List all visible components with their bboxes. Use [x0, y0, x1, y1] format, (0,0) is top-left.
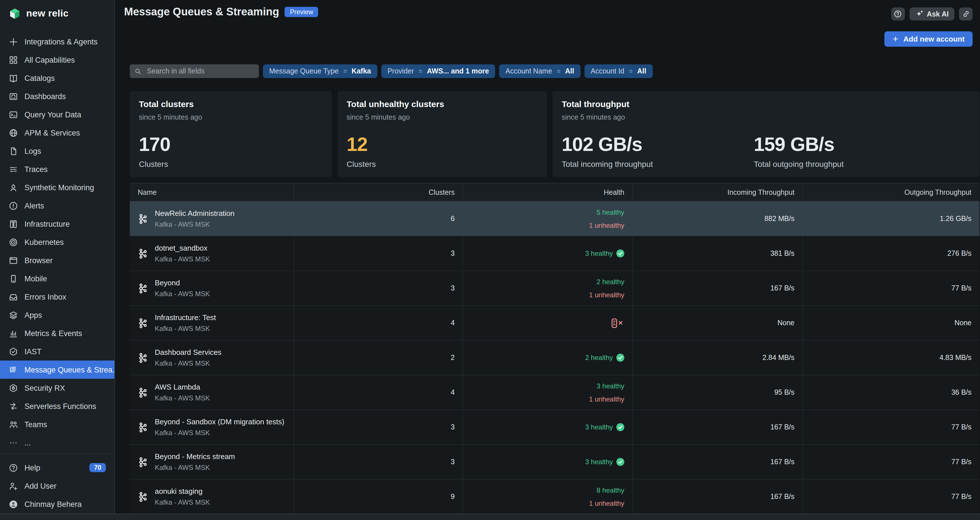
outgoing-throughput: 77 B/s — [802, 445, 980, 479]
card-timerange: since 5 minutes ago — [562, 113, 970, 121]
sidebar-item-label: Alerts — [24, 201, 44, 210]
people-icon — [8, 420, 18, 429]
copy-link-button[interactable] — [959, 7, 973, 21]
table-row[interactable]: Dashboard Services Kafka - AWS MSK 2 2 h… — [130, 341, 980, 375]
sidebar-item-mobile[interactable]: Mobile — [0, 270, 115, 288]
table-row[interactable]: Beyond - Metrics stream Kafka - AWS MSK … — [130, 445, 980, 480]
brand-logo-text: new relic — [26, 8, 68, 19]
table-row[interactable]: Beyond Kafka - AWS MSK 3 2 healthy 1 unh… — [130, 271, 980, 306]
grid-icon — [8, 55, 18, 65]
plus-icon: + — [892, 34, 898, 44]
kafka-icon — [138, 317, 148, 329]
book-icon — [8, 73, 18, 83]
sidebar-item-message-queues-strea[interactable]: Message Queues & Strea... — [0, 360, 115, 379]
help-button[interactable] — [891, 7, 905, 21]
shield-icon — [8, 383, 18, 393]
search-input[interactable] — [146, 67, 255, 76]
help-count-badge: 70 — [89, 463, 106, 472]
column-header-incoming[interactable]: Incoming Throughput — [632, 183, 802, 201]
filter-chip-provider[interactable]: Provider=AWS... and 1 more — [381, 64, 495, 78]
filter-chip-message-queue-type[interactable]: Message Queue Type=Kafka — [263, 64, 377, 78]
sidebar-item-alerts[interactable]: Alerts — [0, 196, 115, 215]
column-header-outgoing[interactable]: Outgoing Throughput — [802, 183, 980, 201]
clusters-count: 6 — [294, 202, 463, 236]
sidebar-item-traces[interactable]: Traces — [0, 160, 115, 178]
card-timerange: since 5 minutes ago — [139, 113, 323, 121]
cluster-subtitle: Kafka - AWS MSK — [155, 429, 284, 437]
sidebar-item-infrastructure[interactable]: Infrastructure — [0, 215, 115, 233]
card-title: Total unhealthy clusters — [347, 99, 538, 109]
cluster-name: Beyond — [155, 279, 210, 287]
column-header-clusters[interactable]: Clusters — [294, 183, 463, 201]
table-row[interactable]: AWS Lambda Kafka - AWS MSK 4 3 healthy 1… — [130, 375, 980, 410]
sidebar-item-logs[interactable]: Logs — [0, 142, 115, 160]
sidebar-item-iast[interactable]: IAST — [0, 342, 115, 360]
horizontal-scrollbar[interactable] — [0, 514, 980, 520]
healthy-count: 2 healthy — [597, 278, 624, 286]
sidebar-item-teams[interactable]: Teams — [0, 415, 115, 434]
sidebar-item-integrations-agents[interactable]: Integrations & Agents — [0, 32, 115, 51]
sidebar-item-kubernetes[interactable]: Kubernetes — [0, 233, 115, 251]
sidebar-item-all-capabilities[interactable]: All Capabilities — [0, 51, 115, 69]
table-row[interactable]: dotnet_sandbox Kafka - AWS MSK 3 3 healt… — [130, 236, 980, 271]
sidebar-item-browser[interactable]: Browser — [0, 251, 115, 270]
sidebar-item-metrics-events[interactable]: Metrics & Events — [0, 324, 115, 342]
filter-chip-account-id[interactable]: Account Id=All — [584, 64, 653, 78]
card-title: Total throughput — [562, 99, 970, 109]
sidebar-item-label: Add User — [24, 482, 57, 490]
card-unit: Clusters — [139, 160, 323, 169]
healthy-check-icon — [616, 354, 624, 362]
table-row[interactable]: Infrastructure: Test Kafka - AWS MSK 4 — [130, 306, 980, 341]
table-row[interactable]: NewRelic Administration Kafka - AWS MSK … — [130, 202, 980, 236]
outgoing-throughput: 1.26 GB/s — [802, 202, 980, 236]
unhealthy-clusters-card: Total unhealthy clusters since 5 minutes… — [337, 91, 547, 177]
traces-icon — [8, 164, 18, 174]
sidebar-item-label: Teams — [24, 420, 47, 429]
sidebar-item-help[interactable]: Help70 — [0, 458, 115, 477]
bars-icon — [8, 329, 18, 338]
sidebar-item-add-user[interactable]: Add User — [0, 477, 115, 495]
sidebar-item-synthetic-monitoring[interactable]: Synthetic Monitoring — [0, 178, 115, 196]
kafka-icon — [138, 352, 148, 364]
healthy-count: 3 healthy — [585, 423, 613, 431]
column-header-health[interactable]: Health — [463, 183, 632, 201]
chip-operator: = — [557, 68, 560, 75]
sidebar-item-errors-inbox[interactable]: Errors Inbox — [0, 288, 115, 306]
infrastructure-icon — [8, 219, 18, 229]
layers-icon — [8, 310, 18, 320]
cluster-subtitle: Kafka - AWS MSK — [155, 498, 210, 506]
incoming-throughput: 882 MB/s — [632, 202, 802, 236]
column-header-name[interactable]: Name — [130, 183, 294, 201]
chip-value: AWS... and 1 more — [427, 67, 489, 75]
search-box[interactable] — [130, 64, 259, 78]
sidebar-item-label: Browser — [24, 256, 52, 265]
unhealthy-count: 1 unhealthy — [589, 291, 624, 299]
sidebar-item-chinmay-behera[interactable]: Chinmay Behera — [0, 495, 115, 513]
sidebar-item-apps[interactable]: Apps — [0, 306, 115, 324]
sidebar-item-dashboards[interactable]: Dashboards — [0, 87, 115, 105]
outgoing-throughput-metric: 159 GB/s Total outgoing throughput — [754, 134, 946, 169]
browser-icon — [8, 255, 18, 265]
incoming-throughput: 167 B/s — [632, 410, 802, 444]
cluster-name: Beyond - Sandbox (DM migration tests) — [155, 418, 284, 426]
chip-label: Message Queue Type — [269, 67, 339, 75]
add-new-account-button[interactable]: + Add new account — [885, 31, 973, 47]
sidebar-item-query-your-data[interactable]: Query Your Data — [0, 105, 115, 124]
sidebar-item-serverless-functions[interactable]: Serverless Functions — [0, 397, 115, 415]
sidebar-item-security-rx[interactable]: Security RX — [0, 379, 115, 397]
total-clusters-value: 170 — [139, 134, 323, 155]
outgoing-throughput: 276 B/s — [802, 236, 980, 271]
table-row[interactable]: aonuki staging Kafka - AWS MSK 9 8 healt… — [130, 480, 980, 514]
sidebar-item-catalogs[interactable]: Catalogs — [0, 69, 115, 87]
sidebar-item-label: Security RX — [24, 384, 65, 392]
ask-ai-button[interactable]: Ask AI — [909, 7, 955, 21]
sidebar-item-apm-services[interactable]: APM & Services — [0, 124, 115, 142]
cluster-subtitle: Kafka - AWS MSK — [155, 290, 210, 298]
clusters-table: Name Clusters Health Incoming Throughput… — [130, 183, 980, 514]
healthy-count: 8 healthy — [597, 486, 624, 494]
sidebar-item-[interactable]: ... — [0, 434, 115, 451]
filter-chip-account-name[interactable]: Account Name=All — [499, 64, 580, 78]
healthy-count: 3 healthy — [585, 249, 613, 257]
chip-operator: = — [629, 68, 633, 75]
table-row[interactable]: Beyond - Sandbox (DM migration tests) Ka… — [130, 410, 980, 445]
